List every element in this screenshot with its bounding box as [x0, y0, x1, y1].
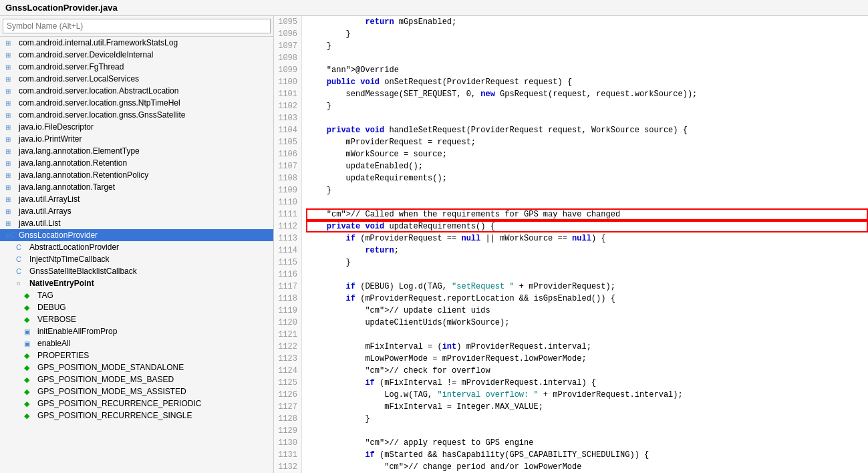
code-line: private void updateRequirements() {	[307, 220, 868, 232]
tree-item-item-3[interactable]: ⊞com.android.server.FgThread	[0, 61, 273, 73]
line-number: 1108	[274, 172, 301, 184]
tree-item-icon: ○	[16, 279, 27, 287]
search-box[interactable]	[0, 16, 273, 37]
code-line: }	[307, 28, 868, 40]
code-line: updateEnabled();	[307, 160, 868, 172]
code-line: if (mProviderRequest.reportLocation && i…	[307, 293, 868, 305]
tree-item-icon: ⊞	[5, 75, 16, 83]
symbol-search-input[interactable]	[3, 19, 271, 33]
tree-item-label: GPS_POSITION_MODE_STANDALONE	[37, 363, 184, 372]
tree-item-item-7[interactable]: ⊞com.android.server.location.gnss.GnssSa…	[0, 109, 273, 121]
code-line: "cm">// check for overflow	[307, 365, 868, 377]
code-line: }	[307, 184, 868, 196]
tree-item-item-31[interactable]: ◆GPS_POSITION_RECURRENCE_PERIODIC	[0, 398, 273, 410]
tree-item-icon: ⊞	[5, 135, 16, 143]
line-numbers: 1095109610971098109911001101110211031104…	[274, 16, 302, 473]
line-number: 1116	[274, 269, 301, 281]
tree-item-item-10[interactable]: ⊞java.lang.annotation.ElementType	[0, 145, 273, 157]
tree-item-item-5[interactable]: ⊞com.android.server.location.AbstractLoc…	[0, 85, 273, 97]
tree-item-item-16[interactable]: ⊞java.util.List	[0, 217, 273, 229]
tree-item-item-24[interactable]: ◆VERBOSE	[0, 313, 273, 325]
tree-item-item-1[interactable]: ⊞com.android.internal.util.FrameworkStat…	[0, 37, 273, 49]
code-line: return;	[307, 245, 868, 257]
line-number: 1115	[274, 257, 301, 269]
code-line: mLowPowerMode = mProviderRequest.lowPowe…	[307, 353, 868, 365]
tree-item-icon: ◆	[24, 412, 35, 420]
tree-item-item-6[interactable]: ⊞com.android.server.location.gnss.NtpTim…	[0, 97, 273, 109]
tree-item-item-26[interactable]: ▣enableAll	[0, 337, 273, 349]
code-line: if (mFixInterval != mProviderRequest.int…	[307, 377, 868, 389]
line-number: 1117	[274, 281, 301, 293]
main-layout: ⊞com.android.internal.util.FrameworkStat…	[0, 16, 868, 473]
code-panel[interactable]: 1095109610971098109911001101110211031104…	[274, 16, 868, 473]
tree-item-icon: ◆	[24, 375, 35, 384]
tree-item-item-20[interactable]: CGnssSatelliteBlacklistCallback	[0, 265, 273, 277]
tree-item-item-15[interactable]: ⊞java.util.Arrays	[0, 205, 273, 217]
line-number: 1111	[274, 208, 301, 220]
line-number: 1127	[274, 401, 301, 413]
tree-item-item-12[interactable]: ⊞java.lang.annotation.RetentionPolicy	[0, 169, 273, 181]
tree-item-item-23[interactable]: ◆DEBUG	[0, 301, 273, 313]
tree-item-item-30[interactable]: ◆GPS_POSITION_MODE_MS_ASSISTED	[0, 385, 273, 398]
tree-item-item-11[interactable]: ⊞java.lang.annotation.Retention	[0, 157, 273, 169]
tree-item-item-8[interactable]: ⊞java.io.FileDescriptor	[0, 121, 273, 133]
line-number: 1123	[274, 353, 301, 365]
tree-item-item-14[interactable]: ⊞java.util.ArrayList	[0, 193, 273, 205]
highlight-box	[306, 208, 868, 220]
code-line	[307, 196, 868, 208]
line-number: 1101	[274, 88, 301, 100]
line-number: 1119	[274, 305, 301, 317]
tree-item-item-17[interactable]: ⊟CGnssLocationProvider	[0, 229, 273, 241]
tree-item-label: GnssSatelliteBlacklistCallback	[29, 267, 137, 276]
code-line: "cm">// Called when the requirements for…	[307, 208, 868, 220]
tree-item-label: GPS_POSITION_RECURRENCE_SINGLE	[37, 411, 192, 420]
line-number: 1104	[274, 124, 301, 136]
tree-item-icon: ⊞	[5, 159, 16, 167]
tree-item-item-2[interactable]: ⊞com.android.server.DeviceIdleInternal	[0, 49, 273, 61]
line-number: 1131	[274, 449, 301, 461]
code-line	[307, 425, 868, 437]
tree-item-item-18[interactable]: CAbstractLocationProvider	[0, 241, 273, 253]
line-number: 1130	[274, 437, 301, 449]
tree-item-icon: ⊞	[5, 123, 16, 131]
code-line: sendMessage(SET_REQUEST, 0, new GpsReque…	[307, 88, 868, 100]
line-number: 1102	[274, 100, 301, 112]
tree-item-item-28[interactable]: ◆GPS_POSITION_MODE_STANDALONE	[0, 361, 273, 373]
code-line: if (mStarted && hasCapability(GPS_CAPABI…	[307, 449, 868, 461]
tree-item-icon: ▣	[24, 339, 35, 347]
line-number: 1114	[274, 245, 301, 257]
tree-item-item-21[interactable]: ○NativeEntryPoint	[0, 277, 273, 289]
tree-item-icon: ◆	[24, 387, 35, 396]
code-content: 1095109610971098109911001101110211031104…	[274, 16, 868, 473]
tree-item-icon: ⊞	[5, 207, 16, 215]
line-number: 1109	[274, 184, 301, 196]
code-line	[307, 52, 868, 64]
tree-item-icon: ⊞	[5, 63, 16, 71]
tree-item-label: java.io.FileDescriptor	[19, 122, 94, 132]
tree-item-item-29[interactable]: ◆GPS_POSITION_MODE_MS_BASED	[0, 373, 273, 385]
line-number: 1110	[274, 196, 301, 208]
tree-item-label: java.util.Arrays	[19, 206, 71, 216]
tree-item-item-27[interactable]: ◆PROPERTIES	[0, 349, 273, 361]
code-line: if (mProviderRequest == null || mWorkSou…	[307, 232, 868, 245]
line-number: 1120	[274, 317, 301, 329]
code-line: "cm">// apply request to GPS engine	[307, 437, 868, 449]
tree-item-label: com.android.server.location.gnss.NtpTime…	[19, 98, 180, 108]
code-line: }	[307, 413, 868, 425]
line-number: 1128	[274, 413, 301, 425]
tree-item-item-22[interactable]: ◆TAG	[0, 289, 273, 301]
tree-item-label: InjectNtpTimeCallback	[29, 255, 110, 264]
code-line: }	[307, 257, 868, 269]
tree-item-label: GPS_POSITION_RECURRENCE_PERIODIC	[37, 399, 201, 408]
code-line: Log.w(TAG, "interval overflow: " + mProv…	[307, 389, 868, 401]
tree-item-label: VERBOSE	[37, 315, 76, 324]
tree-item-item-32[interactable]: ◆GPS_POSITION_RECURRENCE_SINGLE	[0, 410, 273, 422]
code-line: }	[307, 40, 868, 52]
tree-item-item-25[interactable]: ▣initEnableAllFromProp	[0, 325, 273, 337]
tree-item-item-19[interactable]: CInjectNtpTimeCallback	[0, 253, 273, 265]
tree-item-item-9[interactable]: ⊞java.io.PrintWriter	[0, 133, 273, 145]
tree-item-item-4[interactable]: ⊞com.android.server.LocalServices	[0, 73, 273, 85]
tree-item-item-13[interactable]: ⊞java.lang.annotation.Target	[0, 181, 273, 193]
tree-item-icon: ◆	[24, 363, 35, 372]
tree-list[interactable]: ⊞com.android.internal.util.FrameworkStat…	[0, 37, 273, 473]
